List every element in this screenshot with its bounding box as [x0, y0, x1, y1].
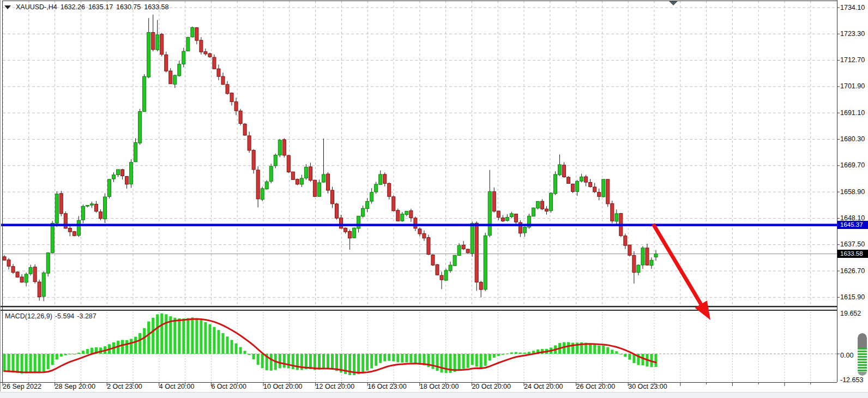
scrollbar-cap — [858, 333, 867, 348]
macd-indicator-label: MACD(12,26,9) -5.594 -3.287 — [5, 312, 97, 320]
price-axis-label: 1637.50 — [840, 240, 865, 249]
current-price-badge: 1633.58 — [837, 250, 868, 258]
macd-scale-max: 19.652 — [840, 310, 861, 318]
macd-name: MACD(12,26,9) — [5, 312, 52, 320]
symbol-timeframe-label: XAUUSD-,H4 — [16, 3, 57, 11]
price-axis-label: 1658.90 — [840, 188, 865, 196]
macd-scale-min: -12.653 — [840, 376, 863, 384]
time-axis-label: 26 Sep 2022 — [3, 383, 41, 391]
time-axis-label: 24 Oct 20:00 — [524, 383, 563, 391]
price-axis-label: 1723.30 — [840, 30, 865, 38]
price-axis-label: 1734.10 — [840, 4, 865, 12]
macd-scale-zero: 0.00 — [840, 352, 853, 360]
time-axis-label: 18 Oct 20:00 — [420, 383, 459, 391]
ohlc-open: 1632.26 — [61, 3, 85, 11]
trading-chart-window: XAUUSD-,H4 1632.26 1635.17 1630.75 1633.… — [0, 0, 868, 398]
time-axis-label: 30 Oct 23:00 — [628, 383, 667, 391]
macd-value: -5.594 — [55, 312, 74, 320]
time-axis-label: 20 Oct 20:00 — [472, 383, 511, 391]
symbol-dropdown-icon[interactable] — [4, 5, 11, 9]
time-axis-label: 12 Oct 20:00 — [316, 383, 355, 391]
price-axis-label: 1680.30 — [840, 135, 865, 143]
time-axis-label: 2 Oct 23:00 — [107, 383, 142, 391]
price-axis-label: 1701.90 — [840, 82, 865, 91]
hline-price-badge: 1645.37 — [837, 221, 868, 229]
time-axis-label: 16 Oct 23:00 — [367, 383, 407, 391]
price-axis-label: 1669.70 — [840, 161, 865, 170]
ohlc-low: 1630.75 — [116, 3, 141, 11]
dropdown-arrow-icon[interactable] — [669, 1, 678, 5]
price-axis-label: 1626.70 — [840, 267, 865, 275]
macd-signal-value: -3.287 — [77, 312, 96, 320]
price-axis-label: 1712.70 — [840, 56, 865, 64]
time-axis-label: 4 Oct 20:00 — [159, 383, 195, 391]
time-axis-label: 26 Oct 20:00 — [576, 383, 616, 391]
scrollbar-thumb[interactable] — [858, 333, 867, 376]
ohlc-close: 1633.58 — [144, 3, 168, 11]
time-axis-label: 10 Oct 20:00 — [263, 383, 303, 391]
time-axis-label: 6 Oct 20:00 — [211, 383, 246, 391]
chart-header: XAUUSD-,H4 1632.26 1635.17 1630.75 1633.… — [4, 3, 168, 11]
ohlc-high: 1635.17 — [88, 3, 113, 11]
time-axis-label: 28 Sep 20:00 — [55, 383, 95, 391]
bottom-scrollbar-track[interactable] — [0, 392, 868, 398]
price-axis-label: 1691.10 — [840, 109, 865, 117]
price-axis-label: 1615.90 — [840, 293, 865, 301]
scrollbar-stripes — [858, 348, 867, 372]
chart-canvas[interactable] — [0, 0, 868, 398]
